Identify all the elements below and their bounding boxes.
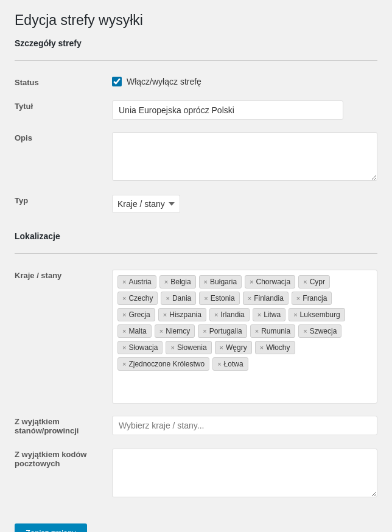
tag-label: Grecja xyxy=(128,310,150,319)
tag-remove-icon[interactable]: × xyxy=(122,295,126,302)
tag-remove-icon[interactable]: × xyxy=(248,295,251,302)
type-label: Typ xyxy=(15,189,112,219)
tag-label: Węgry xyxy=(226,343,247,352)
description-textarea[interactable] xyxy=(112,132,377,181)
tag-remove-icon[interactable]: × xyxy=(164,279,168,285)
tag-remove-icon[interactable]: × xyxy=(260,345,264,351)
tag-label: Włochy xyxy=(266,343,290,352)
tag-label: Bułgaria xyxy=(210,278,237,286)
tag-label: Cypr xyxy=(310,278,325,286)
status-checkbox-label[interactable]: Włącz/wyłącz strefę xyxy=(112,77,377,86)
tag-label: Irlandia xyxy=(220,310,244,319)
save-button[interactable]: Zapisz zmiany xyxy=(15,523,87,532)
title-row: Tytuł xyxy=(15,94,377,126)
tag-remove-icon[interactable]: × xyxy=(296,295,300,302)
list-item: ×Chorwacja xyxy=(245,275,295,289)
list-item: ×Finlandia xyxy=(243,292,289,305)
tag-label: Czechy xyxy=(128,294,153,303)
tag-label: Austria xyxy=(128,278,151,286)
status-checkbox-text: Włącz/wyłącz strefę xyxy=(127,77,201,86)
list-item: ×Słowacja xyxy=(117,341,163,354)
tag-remove-icon[interactable]: × xyxy=(122,345,126,351)
exception-postal-row: Z wyjątkiem kodów pocztowych xyxy=(15,443,377,505)
tag-remove-icon[interactable]: × xyxy=(255,328,259,335)
list-item: ×Hiszpania xyxy=(158,308,206,321)
countries-row: Kraje / stany ×Austria×Belgia×Bułgaria×C… xyxy=(15,264,377,410)
exception-postal-label: Z wyjątkiem kodów pocztowych xyxy=(15,443,112,505)
list-item: ×Belgia xyxy=(159,275,196,289)
tag-remove-icon[interactable]: × xyxy=(159,328,163,335)
tag-remove-icon[interactable]: × xyxy=(122,361,126,368)
tag-label: Rumunia xyxy=(261,327,290,335)
list-item: ×Włochy xyxy=(255,341,295,354)
type-select-wrap: Kraje / stany xyxy=(112,195,377,213)
tag-label: Malta xyxy=(128,327,146,335)
type-row: Typ Kraje / stany xyxy=(15,189,377,219)
tag-remove-icon[interactable]: × xyxy=(122,279,126,285)
tag-remove-icon[interactable]: × xyxy=(303,279,307,285)
list-item: ×Dania xyxy=(161,292,196,305)
exception-states-row: Z wyjątkiem stanów/prowincji xyxy=(15,410,377,443)
list-item: ×Czechy xyxy=(117,292,158,305)
list-item: ×Malta xyxy=(117,324,152,338)
status-label: Status xyxy=(15,71,112,94)
tag-remove-icon[interactable]: × xyxy=(170,345,174,351)
locations-form: Kraje / stany ×Austria×Belgia×Bułgaria×C… xyxy=(15,264,377,505)
list-item: ×Węgry xyxy=(215,341,252,354)
tag-label: Niemcy xyxy=(166,327,190,335)
list-item: ×Portugalia xyxy=(198,324,247,338)
list-item: ×Niemcy xyxy=(155,324,195,338)
tag-remove-icon[interactable]: × xyxy=(250,279,253,285)
details-form: Status Włącz/wyłącz strefę Tytuł Opis Ty… xyxy=(15,71,377,219)
tag-remove-icon[interactable]: × xyxy=(220,345,223,351)
type-select[interactable]: Kraje / stany xyxy=(112,195,180,213)
tag-remove-icon[interactable]: × xyxy=(293,312,297,318)
countries-label: Kraje / stany xyxy=(15,264,112,410)
title-label: Tytuł xyxy=(15,94,112,126)
tag-label: Łotwa xyxy=(224,360,243,368)
list-item: ×Cypr xyxy=(298,275,330,289)
tag-label: Estonia xyxy=(211,294,235,303)
tag-remove-icon[interactable]: × xyxy=(257,312,261,318)
tag-label: Słowacja xyxy=(128,343,158,352)
description-row: Opis xyxy=(15,126,377,189)
list-item: ×Zjednoczone Królestwo xyxy=(117,357,209,371)
status-row: Status Włącz/wyłącz strefę xyxy=(15,71,377,94)
tag-label: Dania xyxy=(172,294,191,303)
tag-remove-icon[interactable]: × xyxy=(122,328,126,335)
tag-remove-icon[interactable]: × xyxy=(163,312,167,318)
exception-postal-textarea[interactable] xyxy=(112,449,377,497)
list-item: ×Łotwa xyxy=(212,357,248,371)
section-details-title: Szczegóły strefy xyxy=(15,38,377,51)
countries-tags-box[interactable]: ×Austria×Belgia×Bułgaria×Chorwacja×Cypr×… xyxy=(112,270,377,404)
tag-label: Finlandia xyxy=(254,294,284,303)
list-item: ×Litwa xyxy=(253,308,285,321)
exception-states-input[interactable] xyxy=(112,416,377,435)
tag-label: Luksemburg xyxy=(300,310,340,319)
tag-label: Słowenia xyxy=(177,343,207,352)
tag-label: Hiszpania xyxy=(169,310,201,319)
tag-label: Litwa xyxy=(264,310,281,319)
tag-remove-icon[interactable]: × xyxy=(217,361,221,368)
tag-label: Szwecja xyxy=(310,327,337,335)
tag-label: Chorwacja xyxy=(256,278,291,286)
tag-remove-icon[interactable]: × xyxy=(303,328,307,335)
list-item: ×Irlandia xyxy=(209,308,250,321)
tag-remove-icon[interactable]: × xyxy=(204,295,208,302)
page-title: Edycja strefy wysyłki xyxy=(15,12,377,29)
tag-remove-icon[interactable]: × xyxy=(204,279,208,285)
tag-remove-icon[interactable]: × xyxy=(214,312,218,318)
title-input[interactable] xyxy=(112,100,343,120)
list-item: ×Francja xyxy=(292,292,332,305)
description-label: Opis xyxy=(15,126,112,189)
divider-locations xyxy=(15,253,377,254)
tag-remove-icon[interactable]: × xyxy=(122,312,126,318)
tag-remove-icon[interactable]: × xyxy=(203,328,206,335)
list-item: ×Słowenia xyxy=(166,341,211,354)
status-checkbox[interactable] xyxy=(112,77,122,86)
list-item: ×Rumunia xyxy=(250,324,295,338)
tag-remove-icon[interactable]: × xyxy=(166,295,169,302)
tag-label: Francja xyxy=(303,294,327,303)
list-item: ×Austria xyxy=(117,275,156,289)
list-item: ×Luksemburg xyxy=(289,308,345,321)
